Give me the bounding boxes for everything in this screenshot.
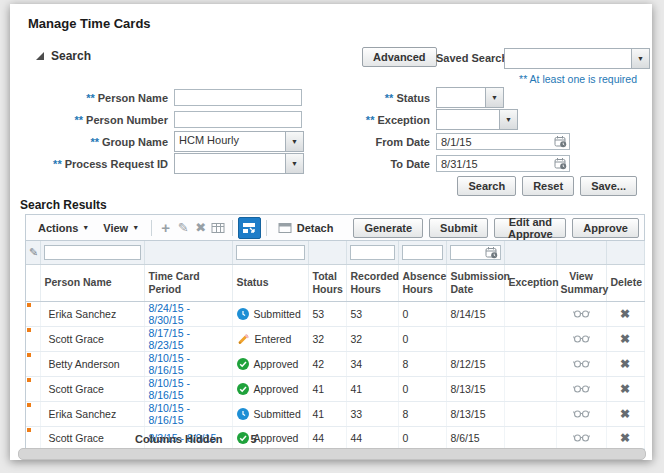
filter-recorded-hours-input[interactable] [350, 245, 395, 260]
row-selector[interactable] [26, 402, 40, 427]
table-row[interactable]: Scott Grace 8/3/15 - 8/9/15 Approved 44 … [26, 427, 644, 449]
freeze-columns-icon[interactable] [209, 219, 227, 237]
actions-menu[interactable]: Actions ▼ [31, 222, 96, 234]
view-menu[interactable]: View ▼ [96, 222, 146, 234]
row-selector[interactable] [26, 427, 40, 449]
column-header-submission-date[interactable]: Submission Date [446, 265, 504, 302]
person-number-field-row: **Person Number [18, 110, 302, 129]
column-header-view-summary[interactable]: View Summary [556, 265, 606, 302]
save-search-button[interactable]: Save... [580, 176, 637, 196]
table-row[interactable]: Erika Sanchez 8/10/15 - 8/16/15 Submitte… [26, 402, 644, 427]
filter-person-name-input[interactable] [44, 245, 141, 260]
absence-hours-cell: 0 [398, 427, 446, 449]
time-card-period-link[interactable]: 8/10/15 - 8/16/15 [149, 377, 190, 401]
table-row[interactable]: Betty Anderson 8/10/15 - 8/16/15 Approve… [26, 352, 644, 377]
column-header-time-card-period[interactable]: Time Card Period [144, 265, 232, 302]
submit-button[interactable]: Submit [429, 218, 488, 238]
column-header-exception[interactable]: Exception [504, 265, 556, 302]
recorded-hours-cell: 53 [346, 302, 398, 327]
view-summary-glasses-icon[interactable] [573, 358, 590, 370]
recorded-hours-cell: 33 [346, 402, 398, 427]
group-name-value: HCM Hourly [175, 132, 285, 151]
delete-row-toolbar-icon[interactable]: ✖ [192, 219, 210, 237]
reset-button[interactable]: Reset [522, 176, 574, 196]
row-selector[interactable] [26, 377, 40, 402]
required-marker: ** [75, 114, 84, 126]
time-card-period-link[interactable]: 8/17/15 - 8/23/15 [149, 327, 190, 351]
person-name-cell: Erika Sanchez [40, 402, 144, 427]
calendar-icon[interactable] [554, 135, 567, 148]
filter-status-input[interactable] [236, 245, 305, 260]
total-hours-cell: 42 [308, 352, 346, 377]
row-changed-marker [27, 353, 31, 357]
status-text: Entered [255, 333, 292, 345]
column-header-total-hours[interactable]: Total Hours [308, 265, 346, 302]
table-action-buttons: Generate Submit Edit and Approve Approve [353, 218, 639, 238]
approve-button[interactable]: Approve [572, 218, 639, 238]
recorded-hours-cell: 44 [346, 427, 398, 449]
view-summary-glasses-icon[interactable] [573, 408, 590, 420]
chevron-down-icon[interactable]: ▼ [499, 110, 517, 129]
toolbar-separator [266, 220, 267, 236]
detach-button[interactable]: Detach [272, 222, 340, 234]
column-header-delete[interactable]: Delete [606, 265, 644, 302]
status-select[interactable]: ▼ [436, 87, 504, 108]
exception-cell [504, 402, 556, 427]
exception-select[interactable]: ▼ [436, 109, 518, 130]
table-row[interactable]: Scott Grace 8/17/15 - 8/23/15 Entered 32… [26, 327, 644, 352]
delete-row-icon[interactable]: ✖ [620, 307, 630, 321]
query-by-example-toggle[interactable] [238, 217, 261, 239]
delete-row-icon[interactable]: ✖ [620, 431, 630, 445]
time-card-period-link[interactable]: 8/10/15 - 8/16/15 [149, 352, 190, 376]
delete-row-icon[interactable]: ✖ [620, 332, 630, 346]
view-summary-glasses-icon[interactable] [573, 432, 590, 444]
column-header-status[interactable]: Status [232, 265, 308, 302]
search-action-buttons: Search Reset Save... [457, 176, 637, 196]
advanced-button[interactable]: Advanced [362, 47, 437, 67]
status-text: Submitted [254, 308, 301, 320]
table-row[interactable]: Scott Grace 8/10/15 - 8/16/15 Approved 4… [26, 377, 644, 402]
submission-date-cell: 8/13/15 [446, 402, 504, 427]
time-card-period-link[interactable]: 8/10/15 - 8/16/15 [149, 402, 190, 426]
search-section-header[interactable]: Search [36, 49, 91, 63]
status-approved-icon [237, 383, 249, 395]
search-button[interactable]: Search [457, 176, 516, 196]
view-summary-glasses-icon[interactable] [573, 383, 590, 395]
table-row[interactable]: Erika Sanchez 8/24/15 - 8/30/15 Submitte… [26, 302, 644, 327]
from-date-input[interactable] [436, 133, 570, 150]
row-selector[interactable] [26, 327, 40, 352]
time-card-period-link[interactable]: 8/24/15 - 8/30/15 [149, 302, 190, 326]
to-date-input[interactable] [436, 155, 570, 172]
column-header-person-name[interactable]: Person Name [40, 265, 144, 302]
generate-button[interactable]: Generate [353, 218, 423, 238]
column-header-recorded-hours[interactable]: Recorded Hours [346, 265, 398, 302]
row-changed-marker [27, 403, 31, 407]
saved-search-combobox[interactable]: ▼ [504, 48, 650, 69]
collapse-triangle-icon[interactable] [36, 52, 44, 60]
delete-row-icon[interactable]: ✖ [620, 382, 630, 396]
status-text: Approved [254, 432, 299, 444]
horizontal-scrollbar[interactable] [18, 448, 646, 460]
filter-absence-hours-input[interactable] [402, 245, 443, 260]
person-name-cell: Scott Grace [40, 327, 144, 352]
delete-row-icon[interactable]: ✖ [620, 407, 630, 421]
row-changed-marker [27, 378, 31, 382]
delete-row-icon[interactable]: ✖ [620, 357, 630, 371]
view-summary-glasses-icon[interactable] [573, 308, 590, 320]
row-selector[interactable] [26, 302, 40, 327]
edit-and-approve-button[interactable]: Edit and Approve [494, 218, 566, 238]
total-hours-cell: 41 [308, 402, 346, 427]
view-summary-glasses-icon[interactable] [573, 333, 590, 345]
row-selector[interactable] [26, 352, 40, 377]
status-field-row: **Status ▼ [280, 88, 504, 107]
add-row-icon[interactable]: + [157, 219, 175, 237]
recorded-hours-cell: 32 [346, 327, 398, 352]
chevron-down-icon[interactable]: ▼ [485, 88, 503, 107]
recorded-hours-cell: 41 [346, 377, 398, 402]
column-header-absence-hours[interactable]: Absence Hours [398, 265, 446, 302]
to-date-field-row: To Date [280, 154, 570, 173]
chevron-down-icon[interactable]: ▼ [631, 49, 649, 68]
edit-row-icon[interactable]: ✎ [174, 219, 192, 237]
calendar-icon[interactable] [485, 246, 498, 259]
calendar-icon[interactable] [554, 157, 567, 170]
